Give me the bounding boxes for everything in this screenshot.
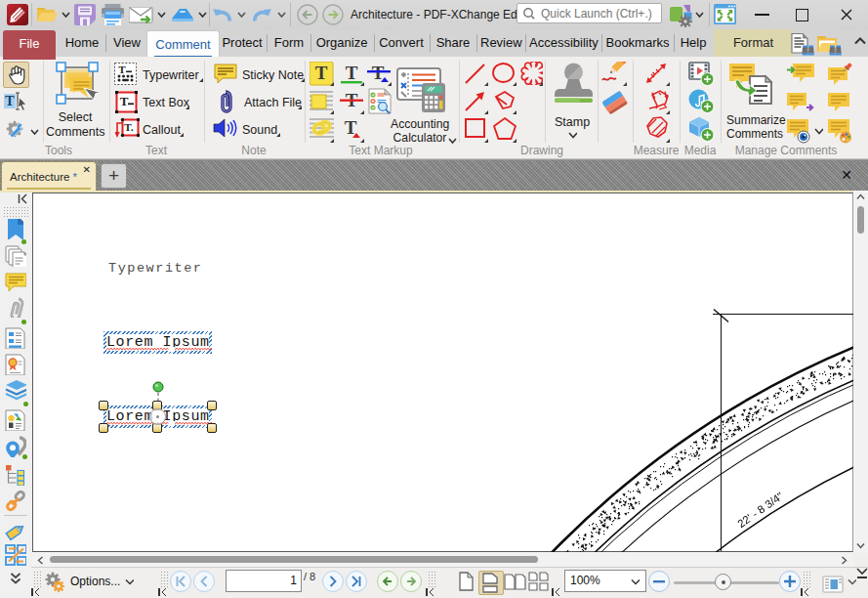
svg-text:T.: T. [124, 121, 134, 133]
svg-text:T: T [5, 94, 15, 108]
svg-text:T: T [346, 63, 358, 83]
svg-text:T: T [118, 64, 126, 75]
svg-text:T: T [315, 63, 328, 83]
svg-text:T: T [372, 63, 385, 83]
svg-text:T: T [120, 94, 129, 108]
